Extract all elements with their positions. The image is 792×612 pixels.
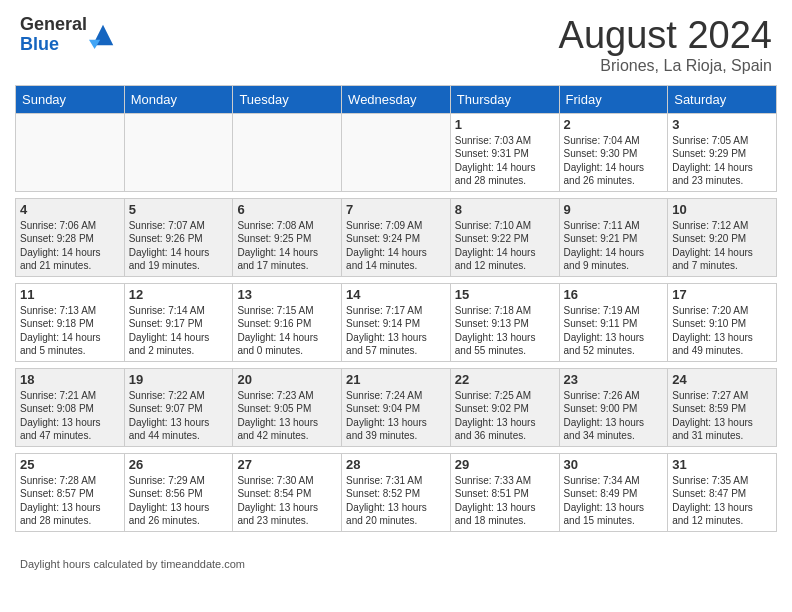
day-cell: 4Sunrise: 7:06 AM Sunset: 9:28 PM Daylig…: [16, 198, 125, 276]
day-cell: 13Sunrise: 7:15 AM Sunset: 9:16 PM Dayli…: [233, 283, 342, 361]
day-info: Sunrise: 7:30 AM Sunset: 8:54 PM Dayligh…: [237, 474, 337, 528]
day-info: Sunrise: 7:21 AM Sunset: 9:08 PM Dayligh…: [20, 389, 120, 443]
day-number: 21: [346, 372, 446, 387]
day-number: 7: [346, 202, 446, 217]
day-number: 2: [564, 117, 664, 132]
day-number: 3: [672, 117, 772, 132]
day-number: 1: [455, 117, 555, 132]
spacer-row: [16, 276, 777, 283]
day-number: 5: [129, 202, 229, 217]
day-cell: 12Sunrise: 7:14 AM Sunset: 9:17 PM Dayli…: [124, 283, 233, 361]
header-day-friday: Friday: [559, 85, 668, 113]
day-number: 16: [564, 287, 664, 302]
day-cell: 2Sunrise: 7:04 AM Sunset: 9:30 PM Daylig…: [559, 113, 668, 191]
day-cell: 14Sunrise: 7:17 AM Sunset: 9:14 PM Dayli…: [342, 283, 451, 361]
day-cell: 20Sunrise: 7:23 AM Sunset: 9:05 PM Dayli…: [233, 368, 342, 446]
day-cell: 21Sunrise: 7:24 AM Sunset: 9:04 PM Dayli…: [342, 368, 451, 446]
day-number: 27: [237, 457, 337, 472]
day-number: 28: [346, 457, 446, 472]
header-day-saturday: Saturday: [668, 85, 777, 113]
day-cell: 5Sunrise: 7:07 AM Sunset: 9:26 PM Daylig…: [124, 198, 233, 276]
day-cell: 6Sunrise: 7:08 AM Sunset: 9:25 PM Daylig…: [233, 198, 342, 276]
day-info: Sunrise: 7:26 AM Sunset: 9:00 PM Dayligh…: [564, 389, 664, 443]
header-day-wednesday: Wednesday: [342, 85, 451, 113]
day-number: 10: [672, 202, 772, 217]
day-info: Sunrise: 7:25 AM Sunset: 9:02 PM Dayligh…: [455, 389, 555, 443]
daylight-label: Daylight hours: [20, 558, 90, 570]
day-cell: 22Sunrise: 7:25 AM Sunset: 9:02 PM Dayli…: [450, 368, 559, 446]
day-info: Sunrise: 7:17 AM Sunset: 9:14 PM Dayligh…: [346, 304, 446, 358]
calendar-wrapper: SundayMondayTuesdayWednesdayThursdayFrid…: [0, 85, 792, 553]
empty-cell: [233, 113, 342, 191]
day-info: Sunrise: 7:13 AM Sunset: 9:18 PM Dayligh…: [20, 304, 120, 358]
day-info: Sunrise: 7:31 AM Sunset: 8:52 PM Dayligh…: [346, 474, 446, 528]
day-cell: 17Sunrise: 7:20 AM Sunset: 9:10 PM Dayli…: [668, 283, 777, 361]
day-info: Sunrise: 7:20 AM Sunset: 9:10 PM Dayligh…: [672, 304, 772, 358]
header-day-tuesday: Tuesday: [233, 85, 342, 113]
empty-cell: [124, 113, 233, 191]
day-info: Sunrise: 7:04 AM Sunset: 9:30 PM Dayligh…: [564, 134, 664, 188]
spacer-row: [16, 446, 777, 453]
day-number: 4: [20, 202, 120, 217]
logo: General Blue: [20, 15, 117, 55]
day-number: 31: [672, 457, 772, 472]
calendar-week-row: 1Sunrise: 7:03 AM Sunset: 9:31 PM Daylig…: [16, 113, 777, 191]
header-day-sunday: Sunday: [16, 85, 125, 113]
spacer-row: [16, 531, 777, 538]
day-info: Sunrise: 7:29 AM Sunset: 8:56 PM Dayligh…: [129, 474, 229, 528]
day-info: Sunrise: 7:28 AM Sunset: 8:57 PM Dayligh…: [20, 474, 120, 528]
day-info: Sunrise: 7:08 AM Sunset: 9:25 PM Dayligh…: [237, 219, 337, 273]
calendar-title: August 2024: [559, 15, 772, 57]
day-cell: 18Sunrise: 7:21 AM Sunset: 9:08 PM Dayli…: [16, 368, 125, 446]
day-info: Sunrise: 7:05 AM Sunset: 9:29 PM Dayligh…: [672, 134, 772, 188]
day-number: 24: [672, 372, 772, 387]
day-info: Sunrise: 7:07 AM Sunset: 9:26 PM Dayligh…: [129, 219, 229, 273]
day-cell: 31Sunrise: 7:35 AM Sunset: 8:47 PM Dayli…: [668, 453, 777, 531]
day-info: Sunrise: 7:34 AM Sunset: 8:49 PM Dayligh…: [564, 474, 664, 528]
empty-cell: [16, 113, 125, 191]
header-day-thursday: Thursday: [450, 85, 559, 113]
day-info: Sunrise: 7:19 AM Sunset: 9:11 PM Dayligh…: [564, 304, 664, 358]
header-row: SundayMondayTuesdayWednesdayThursdayFrid…: [16, 85, 777, 113]
day-number: 9: [564, 202, 664, 217]
day-info: Sunrise: 7:23 AM Sunset: 9:05 PM Dayligh…: [237, 389, 337, 443]
calendar-week-row: 4Sunrise: 7:06 AM Sunset: 9:28 PM Daylig…: [16, 198, 777, 276]
day-cell: 27Sunrise: 7:30 AM Sunset: 8:54 PM Dayli…: [233, 453, 342, 531]
calendar-subtitle: Briones, La Rioja, Spain: [559, 57, 772, 75]
day-cell: 28Sunrise: 7:31 AM Sunset: 8:52 PM Dayli…: [342, 453, 451, 531]
day-info: Sunrise: 7:33 AM Sunset: 8:51 PM Dayligh…: [455, 474, 555, 528]
day-cell: 3Sunrise: 7:05 AM Sunset: 9:29 PM Daylig…: [668, 113, 777, 191]
spacer-row: [16, 191, 777, 198]
page-container: General Blue August 2024 Briones, La Rio…: [0, 0, 792, 580]
day-info: Sunrise: 7:14 AM Sunset: 9:17 PM Dayligh…: [129, 304, 229, 358]
day-info: Sunrise: 7:09 AM Sunset: 9:24 PM Dayligh…: [346, 219, 446, 273]
day-cell: 26Sunrise: 7:29 AM Sunset: 8:56 PM Dayli…: [124, 453, 233, 531]
day-cell: 7Sunrise: 7:09 AM Sunset: 9:24 PM Daylig…: [342, 198, 451, 276]
day-number: 8: [455, 202, 555, 217]
day-number: 18: [20, 372, 120, 387]
day-info: Sunrise: 7:06 AM Sunset: 9:28 PM Dayligh…: [20, 219, 120, 273]
day-cell: 30Sunrise: 7:34 AM Sunset: 8:49 PM Dayli…: [559, 453, 668, 531]
day-number: 25: [20, 457, 120, 472]
day-number: 13: [237, 287, 337, 302]
day-info: Sunrise: 7:12 AM Sunset: 9:20 PM Dayligh…: [672, 219, 772, 273]
day-number: 12: [129, 287, 229, 302]
day-cell: 15Sunrise: 7:18 AM Sunset: 9:13 PM Dayli…: [450, 283, 559, 361]
day-number: 30: [564, 457, 664, 472]
day-info: Sunrise: 7:35 AM Sunset: 8:47 PM Dayligh…: [672, 474, 772, 528]
calendar-week-row: 11Sunrise: 7:13 AM Sunset: 9:18 PM Dayli…: [16, 283, 777, 361]
day-cell: 1Sunrise: 7:03 AM Sunset: 9:31 PM Daylig…: [450, 113, 559, 191]
day-info: Sunrise: 7:10 AM Sunset: 9:22 PM Dayligh…: [455, 219, 555, 273]
empty-cell: [342, 113, 451, 191]
day-cell: 16Sunrise: 7:19 AM Sunset: 9:11 PM Dayli…: [559, 283, 668, 361]
day-number: 17: [672, 287, 772, 302]
day-number: 19: [129, 372, 229, 387]
logo-blue-text: Blue: [20, 34, 59, 54]
day-cell: 10Sunrise: 7:12 AM Sunset: 9:20 PM Dayli…: [668, 198, 777, 276]
title-section: August 2024 Briones, La Rioja, Spain: [559, 15, 772, 75]
spacer-row: [16, 361, 777, 368]
day-number: 20: [237, 372, 337, 387]
day-cell: 23Sunrise: 7:26 AM Sunset: 9:00 PM Dayli…: [559, 368, 668, 446]
day-info: Sunrise: 7:24 AM Sunset: 9:04 PM Dayligh…: [346, 389, 446, 443]
day-number: 6: [237, 202, 337, 217]
